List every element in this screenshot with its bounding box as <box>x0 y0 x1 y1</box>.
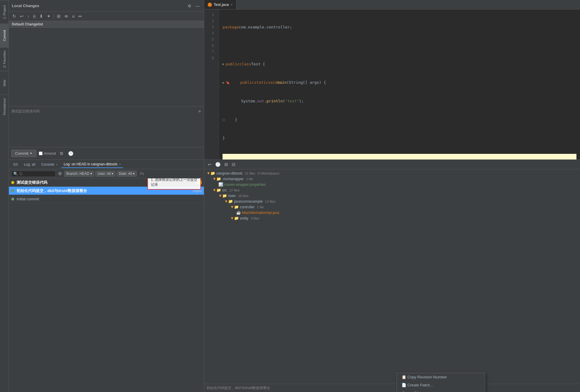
commit-message-area: 测试提交错误代码 👁 <box>9 106 204 147</box>
tree-label-src: src <box>222 188 227 192</box>
code-content: package com.example.controller; ▶public … <box>219 9 580 159</box>
expand-icon[interactable]: ⇔ <box>77 13 83 20</box>
tree-item-mvn[interactable]: ▼📁 .mvn\wrapper 1 file <box>204 176 580 182</box>
search-box: 🔍 <box>11 171 56 177</box>
tree-label-entity: entity <box>240 216 249 220</box>
tree-item-entity[interactable]: ▼📁 entity 3 files <box>204 215 580 221</box>
copy-icon[interactable]: ⎘ <box>32 13 37 20</box>
tab-close-icon[interactable]: × <box>231 3 233 7</box>
file-icon-mvn-props: 📊 <box>218 182 223 187</box>
commit-item-3[interactable]: Initial commit <box>9 195 204 203</box>
context-menu: 📋 Copy Revision Number 📄 Create Patch...… <box>397 373 485 392</box>
sidebar-tab-persistence[interactable]: Persistence <box>0 95 9 118</box>
main-content: Local Changes ⚙ — ↻ ↩ ↑ ⎘ ⬇ ✦ ⊞ 👁 ≡ ⇔ <box>9 0 580 392</box>
amend-label: Amend <box>39 151 56 156</box>
tree-label-mvn-props: maven-wrapper.properties <box>224 183 265 187</box>
tree-label-java-com: java\com\example <box>234 199 263 204</box>
tree-count-java-com: 13 files <box>265 200 276 203</box>
editor-tabs: Test.java × <box>204 0 580 9</box>
bookmark-icon-4: 🔖 <box>226 80 230 86</box>
commits-list: 测试提交错误代码 🏷 初始化代码提交，db2与druid数据源整合 origin… <box>9 178 204 392</box>
tree-expand-icon[interactable]: ⊟ <box>231 161 237 168</box>
file-tree-panel: ↩ 🕐 ⊞ ⊟ ▼📁 cangnan-dbtools 21 files D:\W… <box>204 160 580 392</box>
ctx-copy-revision[interactable]: 📋 Copy Revision Number <box>397 373 485 381</box>
git-settings-icon[interactable]: ⚙ <box>57 170 63 177</box>
sidebar-tab-web[interactable]: Web <box>0 71 9 95</box>
footer-clock-icon[interactable]: 🕐 <box>67 150 75 157</box>
editor-tab-test-java[interactable]: Test.java × <box>204 0 236 9</box>
ctx-cherry-pick[interactable]: Cherry-Pick <box>397 389 485 392</box>
sidebar-tab-project[interactable]: 1: Project <box>0 0 9 24</box>
commit-panel: Local Changes ⚙ — ↻ ↩ ↑ ⎘ ⬇ ✦ ⊞ 👁 ≡ ⇔ <box>9 0 204 159</box>
sidebar-tab-commit[interactable]: Commit <box>0 24 9 47</box>
move-up-icon[interactable]: ↑ <box>26 13 31 20</box>
commit-dot-1 <box>11 181 14 184</box>
date-filter[interactable]: Date: All ▾ <box>117 171 137 177</box>
settings-icon[interactable]: ⚙ <box>186 3 193 9</box>
tree-clock-icon[interactable]: 🕐 <box>214 161 222 168</box>
tree-item-mac-api[interactable]: ☕ MacInformationApi.java <box>204 210 580 215</box>
minimize-icon[interactable]: — <box>194 3 201 9</box>
git-tab-console[interactable]: Console × <box>39 161 60 168</box>
git-toolbar: 🔍 ⚙ Branch: HEAD ▾ User: All ▾ Date: All… <box>9 169 204 178</box>
log-head-tab-close[interactable]: × <box>119 162 121 166</box>
commit-dot-2 <box>11 189 14 192</box>
tree-count-src: 17 files <box>229 188 240 192</box>
tree-undo-icon[interactable]: ↩ <box>207 161 213 168</box>
git-tab-log-head[interactable]: Log: on HEAD in cangnan-dbtools × <box>61 161 123 168</box>
tree-count-controller: 1 file <box>257 205 264 209</box>
ctx-create-patch[interactable]: 📄 Create Patch... <box>397 381 485 389</box>
git-tab-log-all[interactable]: Log: all <box>22 161 38 168</box>
tree-item-mvn-props[interactable]: 📊 maven-wrapper.properties <box>204 182 580 187</box>
editor-area: Test.java × 1 2 3 4 5 6 7 8 package com.… <box>204 0 580 159</box>
top-section: Local Changes ⚙ — ↻ ↩ ↑ ⎘ ⬇ ✦ ⊞ 👁 ≡ ⇔ <box>9 0 580 160</box>
amend-checkbox[interactable] <box>39 151 43 155</box>
java-file-icon <box>208 3 212 7</box>
panel-header: Local Changes ⚙ — <box>9 0 204 12</box>
tree-item-src[interactable]: ▼📁 src 17 files <box>204 187 580 193</box>
eye-toggle-icon[interactable]: 👁 <box>198 109 202 114</box>
code-editor[interactable]: 1 2 3 4 5 6 7 8 package com.example.cont… <box>204 9 580 159</box>
download-icon[interactable]: ⬇ <box>38 13 44 20</box>
java-icon-mac-api: ☕ <box>236 210 241 215</box>
tree-path-root: D:\WorkSpace\ <box>257 172 279 175</box>
eye-icon[interactable]: 👁 <box>63 13 70 20</box>
user-filter[interactable]: User: All ▾ <box>95 171 115 177</box>
changelist-section: Default Changelist <box>9 21 204 106</box>
tree-count-main: 16 files <box>238 194 249 198</box>
commit-message-text[interactable] <box>11 115 202 145</box>
git-panel: Git: Log: all Console × Log: on HEAD in … <box>9 160 204 392</box>
commit-message-label: 测试提交错误代码 👁 <box>11 109 202 114</box>
tree-label-main: main <box>228 194 236 198</box>
folder-icon-mvn: ▼📁 <box>212 177 221 181</box>
run-icon-3[interactable]: ▶ <box>223 62 225 67</box>
add-icon[interactable]: ✦ <box>46 13 52 20</box>
tree-item-java-com[interactable]: ▼📁 java\com\example 13 files <box>204 199 580 204</box>
tree-item-main[interactable]: ▼📁 main 16 files <box>204 193 580 199</box>
right-toolbar: ↩ 🕐 ⊞ ⊟ <box>204 160 580 169</box>
commit-dropdown-arrow[interactable]: ▼ <box>30 152 33 155</box>
sort-icon[interactable]: ≡ <box>71 13 76 20</box>
tree-label-mac-api: MacInformationApi.java <box>242 211 279 215</box>
tree-item-root[interactable]: ▼📁 cangnan-dbtools 21 files D:\WorkSpace… <box>204 170 580 176</box>
tree-count-mvn: 1 file <box>246 177 253 181</box>
sidebar-tab-favorites[interactable]: 2: Favorites <box>0 47 9 71</box>
footer-gear-icon[interactable]: ⚙ <box>58 150 65 157</box>
layout-icon[interactable]: ⊞ <box>56 13 62 20</box>
git-label: Git: <box>11 161 20 168</box>
undo-icon[interactable]: ↩ <box>19 13 25 20</box>
tree-item-controller[interactable]: ▼📁 controller 1 file <box>204 204 580 210</box>
tree-layout-icon[interactable]: ⊞ <box>223 161 229 168</box>
folder-icon-entity: ▼📁 <box>230 216 239 220</box>
refresh-icon[interactable]: ↻ <box>11 13 17 20</box>
search-input[interactable] <box>19 172 52 176</box>
changelist-header: Default Changelist <box>9 21 204 28</box>
commit-button[interactable]: Commit ▼ <box>11 150 36 157</box>
local-changes-toolbar: ↻ ↩ ↑ ⎘ ⬇ ✦ ⊞ 👁 ≡ ⇔ <box>9 12 204 21</box>
sidebar: 1: Project Commit 2: Favorites Web Persi… <box>0 0 9 392</box>
file-tree: ▼📁 cangnan-dbtools 21 files D:\WorkSpace… <box>204 169 580 384</box>
console-tab-close[interactable]: × <box>56 163 58 166</box>
step1-annotation: 1. 选择错误记录的上一次提交 记录 <box>147 178 201 190</box>
run-icon-4[interactable]: ▶ <box>223 80 225 86</box>
branch-filter[interactable]: Branch: HEAD ▾ <box>64 171 94 177</box>
